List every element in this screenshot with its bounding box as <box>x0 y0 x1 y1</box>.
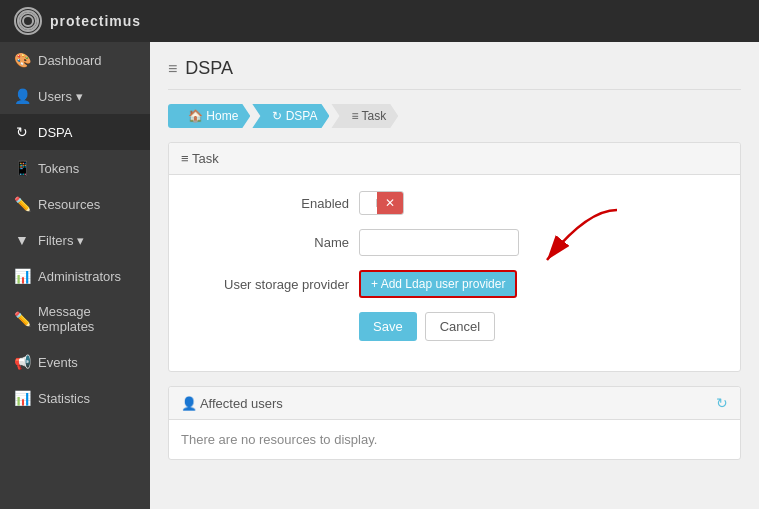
dspa-icon: ↻ <box>14 124 30 140</box>
refresh-icon[interactable]: ↻ <box>716 395 728 411</box>
sidebar-item-dspa[interactable]: ↻ DSPA <box>0 114 150 150</box>
message-templates-icon: ✏️ <box>14 311 30 327</box>
provider-row: User storage provider + Add Ldap user pr… <box>189 270 720 298</box>
affected-panel-header: 👤 Affected users ↻ <box>169 387 740 420</box>
save-button[interactable]: Save <box>359 312 417 341</box>
sidebar-item-filters[interactable]: ▼ Filters ▾ <box>0 222 150 258</box>
page-title-row: ≡ DSPA <box>168 58 741 90</box>
form-buttons-row: Save Cancel <box>189 312 720 341</box>
sidebar-item-message-templates[interactable]: ✏️ Message templates <box>0 294 150 344</box>
sidebar-label-users: Users ▾ <box>38 89 83 104</box>
resources-icon: ✏️ <box>14 196 30 212</box>
filters-icon: ▼ <box>14 232 30 248</box>
sidebar-item-tokens[interactable]: 📱 Tokens <box>0 150 150 186</box>
task-panel-header: ≡ Task <box>169 143 740 175</box>
breadcrumb-dspa[interactable]: ↻ DSPA <box>252 104 329 128</box>
logo-text: protectimus <box>50 13 141 29</box>
affected-users-panel: 👤 Affected users ↻ There are no resource… <box>168 386 741 460</box>
task-panel-header-text: ≡ Task <box>181 151 219 166</box>
logo-icon <box>14 7 42 35</box>
enabled-row: Enabled ✕ <box>189 191 720 215</box>
enabled-toggle[interactable]: ✕ <box>359 191 404 215</box>
breadcrumb-task-label: ≡ Task <box>351 109 386 123</box>
sidebar-item-administrators[interactable]: 📊 Administrators <box>0 258 150 294</box>
sidebar-label-dspa: DSPA <box>38 125 72 140</box>
add-ldap-button[interactable]: + Add Ldap user provider <box>359 270 517 298</box>
cancel-button[interactable]: Cancel <box>425 312 495 341</box>
main-layout: 🎨 Dashboard 👤 Users ▾ ↻ DSPA 📱 Tokens ✏️… <box>0 42 759 509</box>
name-label: Name <box>189 235 349 250</box>
task-panel-body: Enabled ✕ Name User storage provider + A… <box>169 175 740 371</box>
breadcrumb-dspa-label: ↻ DSPA <box>272 109 317 123</box>
breadcrumb-home-label: 🏠 Home <box>188 109 238 123</box>
sidebar-label-tokens: Tokens <box>38 161 79 176</box>
sidebar-label-dashboard: Dashboard <box>38 53 102 68</box>
svg-point-1 <box>23 16 33 26</box>
no-resources-text: There are no resources to display. <box>169 420 740 459</box>
breadcrumb: 🏠 Home ↻ DSPA ≡ Task <box>168 104 741 128</box>
sidebar-label-events: Events <box>38 355 78 370</box>
sidebar-label-message-templates: Message templates <box>38 304 136 334</box>
sidebar-label-resources: Resources <box>38 197 100 212</box>
users-icon: 👤 <box>14 88 30 104</box>
provider-label: User storage provider <box>189 277 349 292</box>
dashboard-icon: 🎨 <box>14 52 30 68</box>
page-title-icon: ≡ <box>168 60 177 78</box>
affected-panel-title: 👤 Affected users <box>181 396 283 411</box>
app-header: protectimus <box>0 0 759 42</box>
sidebar-label-administrators: Administrators <box>38 269 121 284</box>
toggle-x-button[interactable]: ✕ <box>377 192 403 214</box>
administrators-icon: 📊 <box>14 268 30 284</box>
statistics-icon: 📊 <box>14 390 30 406</box>
form-buttons: Save Cancel <box>359 312 495 341</box>
enabled-label: Enabled <box>189 196 349 211</box>
sidebar-label-filters: Filters ▾ <box>38 233 84 248</box>
main-content: ≡ DSPA 🏠 Home ↻ DSPA ≡ Task ≡ Task En <box>150 42 759 509</box>
name-row: Name <box>189 229 720 256</box>
task-panel: ≡ Task Enabled ✕ Name U <box>168 142 741 372</box>
sidebar-item-users[interactable]: 👤 Users ▾ <box>0 78 150 114</box>
sidebar-item-statistics[interactable]: 📊 Statistics <box>0 380 150 416</box>
breadcrumb-home[interactable]: 🏠 Home <box>168 104 250 128</box>
breadcrumb-task[interactable]: ≡ Task <box>331 104 398 128</box>
name-input[interactable] <box>359 229 519 256</box>
sidebar: 🎨 Dashboard 👤 Users ▾ ↻ DSPA 📱 Tokens ✏️… <box>0 42 150 509</box>
toggle-off <box>360 199 377 207</box>
sidebar-label-statistics: Statistics <box>38 391 90 406</box>
sidebar-item-resources[interactable]: ✏️ Resources <box>0 186 150 222</box>
svg-point-0 <box>18 11 38 31</box>
sidebar-item-events[interactable]: 📢 Events <box>0 344 150 380</box>
tokens-icon: 📱 <box>14 160 30 176</box>
provider-button-container: + Add Ldap user provider <box>359 270 517 298</box>
page-title: DSPA <box>185 58 233 79</box>
events-icon: 📢 <box>14 354 30 370</box>
sidebar-item-dashboard[interactable]: 🎨 Dashboard <box>0 42 150 78</box>
